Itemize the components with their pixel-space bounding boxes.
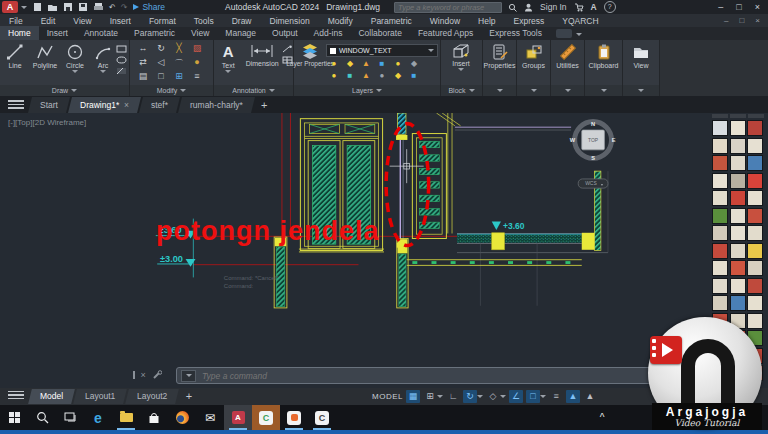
wcs-label[interactable]: WCS <box>585 181 597 186</box>
annotation-extra-tools[interactable] <box>282 40 293 73</box>
utilities-button[interactable]: Utilities <box>551 40 584 69</box>
search-input[interactable] <box>394 2 502 13</box>
menu-insert[interactable]: Insert <box>101 16 140 26</box>
tab-featured-apps[interactable]: Featured Apps <box>410 26 481 40</box>
erase-icon[interactable]: ▨ <box>188 43 206 57</box>
layout-menu-icon[interactable] <box>8 390 24 401</box>
layer-match-icon[interactable]: ◆ <box>406 59 422 71</box>
copy-icon[interactable]: ⇄ <box>134 57 152 71</box>
draw-extra-tools[interactable] <box>116 40 127 75</box>
help-icon[interactable]: ? <box>604 1 616 13</box>
layer-on-icon[interactable]: ● <box>326 59 342 71</box>
dimension-button[interactable]: Dimension <box>242 40 282 73</box>
circle-button[interactable]: Circle <box>60 40 90 75</box>
open-file-icon[interactable] <box>47 2 58 12</box>
palette-thumbnail[interactable] <box>730 173 746 189</box>
store-button[interactable] <box>140 405 168 430</box>
layer-dropdown[interactable]: WINDOW_TEXT <box>326 44 438 57</box>
arc-button[interactable]: Arc <box>90 40 116 75</box>
snap-caret-icon[interactable] <box>437 395 443 398</box>
palette-thumbnail[interactable] <box>712 190 728 206</box>
tab-drawing1[interactable]: Drawing1*× <box>68 97 141 113</box>
palette-thumbnail[interactable] <box>747 120 763 136</box>
save-icon[interactable] <box>63 2 73 12</box>
tab-collaborate[interactable]: Collaborate <box>350 26 409 40</box>
tab-layout2[interactable]: Layout2 <box>126 389 180 404</box>
save-as-icon[interactable] <box>78 2 88 12</box>
osnap-caret-icon[interactable] <box>540 395 546 398</box>
layer-plot-icon[interactable]: ■ <box>374 59 390 71</box>
offset-icon[interactable]: ● <box>188 57 206 71</box>
taskbar-search-button[interactable] <box>28 405 56 430</box>
scale-icon[interactable]: □ <box>152 71 170 85</box>
palette-thumbnail[interactable] <box>730 208 746 224</box>
viewcube-west[interactable]: W <box>570 137 576 143</box>
doc-close-button[interactable]: × <box>755 16 760 25</box>
layer-freeze-icon[interactable]: ◆ <box>342 59 358 71</box>
polar-caret-icon[interactable] <box>477 395 483 398</box>
cart-icon[interactable] <box>574 3 584 12</box>
tab-addins[interactable]: Add-ins <box>306 26 351 40</box>
command-drag-handle[interactable] <box>133 371 135 379</box>
palette-thumbnail[interactable] <box>712 260 728 276</box>
annotation-visibility-icon[interactable]: ▲ <box>583 390 597 403</box>
viewcube-north[interactable]: N <box>591 121 595 127</box>
doc-restore-button[interactable]: □ <box>739 16 744 25</box>
otrack-toggle-icon[interactable]: ∠ <box>509 390 523 403</box>
tab-layout1[interactable]: Layout1 <box>73 389 127 404</box>
text-button[interactable]: A Text <box>214 40 242 73</box>
palette-thumbnail[interactable] <box>747 243 763 259</box>
array-icon[interactable]: ⊞ <box>170 71 188 85</box>
layer-walk-icon[interactable]: ● <box>374 71 390 83</box>
modify-panel-label[interactable]: Modify <box>130 85 213 96</box>
menu-modify[interactable]: Modify <box>319 16 362 26</box>
undo-icon[interactable]: ↶ <box>109 3 116 12</box>
layer-lock-icon[interactable]: ▲ <box>358 59 374 71</box>
viewcube-south[interactable]: S <box>591 155 595 161</box>
palette-thumbnail[interactable] <box>747 173 763 189</box>
palette-thumbnail[interactable] <box>730 155 746 171</box>
menu-yqarch[interactable]: YQARCH <box>553 16 607 26</box>
polar-toggle-icon[interactable]: ↻ <box>463 390 477 403</box>
maximize-button[interactable]: □ <box>736 2 741 12</box>
tab-manage[interactable]: Manage <box>217 26 264 40</box>
edge-button[interactable]: e <box>84 405 112 430</box>
layer-isolate-icon[interactable]: ● <box>390 59 406 71</box>
search-icon[interactable] <box>508 3 517 12</box>
palette-thumbnail[interactable] <box>747 190 763 206</box>
palette-thumbnail[interactable] <box>747 313 763 329</box>
viewcube-top-face[interactable]: TOP <box>588 138 599 143</box>
file-explorer-button[interactable] <box>112 405 140 430</box>
line-button[interactable]: Line <box>0 40 30 75</box>
mail-button[interactable]: ✉ <box>196 405 224 430</box>
palette-thumbnail[interactable] <box>730 278 746 294</box>
tab-view[interactable]: View <box>183 26 217 40</box>
menu-edit[interactable]: Edit <box>32 16 65 26</box>
menu-help[interactable]: Help <box>469 16 504 26</box>
redo-icon[interactable]: ↷ <box>121 3 128 12</box>
recorder-taskbar-button[interactable] <box>280 405 308 430</box>
firefox-button[interactable] <box>168 405 196 430</box>
tab-start[interactable]: Start <box>28 97 70 113</box>
menu-draw[interactable]: Draw <box>223 16 261 26</box>
palette-thumbnail[interactable] <box>730 190 746 206</box>
tab-insert[interactable]: Insert <box>39 26 76 40</box>
new-drawing-tab-button[interactable]: + <box>261 99 267 111</box>
palette-thumbnail[interactable] <box>712 243 728 259</box>
plot-icon[interactable] <box>93 2 104 12</box>
palette-thumbnail[interactable] <box>730 295 746 311</box>
palette-thumbnail[interactable] <box>747 138 763 154</box>
autocad-taskbar-button[interactable]: A <box>224 405 252 430</box>
layer-thaw-icon[interactable]: ■ <box>342 71 358 83</box>
polyline-button[interactable]: Polyline <box>30 40 60 75</box>
layers-panel-label[interactable]: Layers <box>294 85 440 96</box>
customize-wrench-icon[interactable] <box>152 370 162 380</box>
palette-headers[interactable] <box>712 114 768 118</box>
osnap-toggle-icon[interactable]: □ <box>526 390 540 403</box>
palette-thumbnail[interactable] <box>712 155 728 171</box>
start-button[interactable] <box>0 405 28 430</box>
grid-toggle-icon[interactable]: ▦ <box>406 390 420 403</box>
layer-properties-button[interactable]: Layer Properties <box>294 40 326 67</box>
explode-icon[interactable]: ≡ <box>188 71 206 85</box>
menu-dimension[interactable]: Dimension <box>261 16 319 26</box>
